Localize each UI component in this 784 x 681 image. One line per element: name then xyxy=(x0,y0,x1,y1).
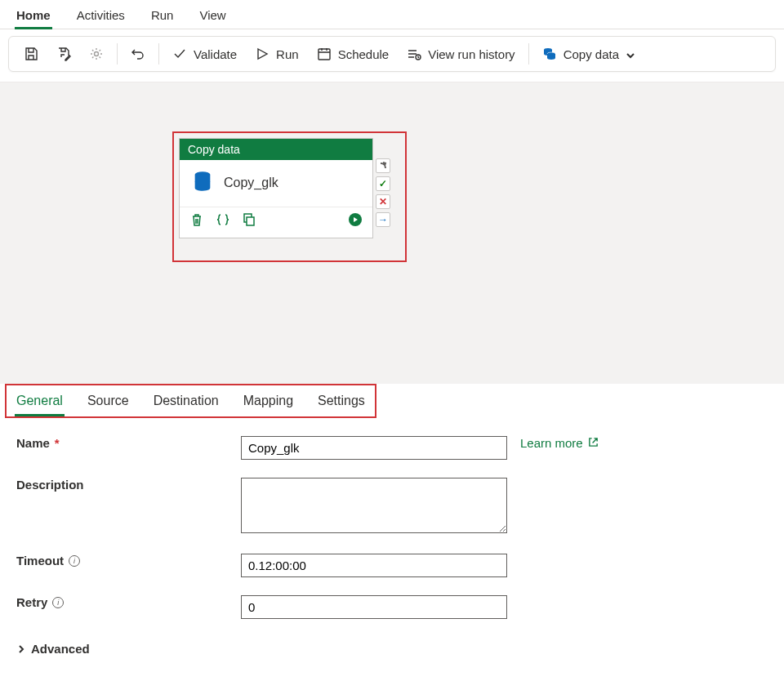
activity-name: Copy_glk xyxy=(224,176,278,190)
tab-run[interactable]: Run xyxy=(149,5,176,29)
chevron-right-icon xyxy=(16,644,26,654)
tab-home[interactable]: Home xyxy=(15,5,52,29)
separator xyxy=(528,43,529,65)
selection-highlight: Copy data Copy_glk ✓ ✕ → xyxy=(172,131,407,262)
copy-data-button[interactable]: Copy data xyxy=(534,42,644,66)
svg-rect-1 xyxy=(318,49,330,60)
description-input[interactable] xyxy=(241,478,507,533)
save-edit-icon xyxy=(56,47,71,61)
run-button[interactable]: Run xyxy=(247,42,307,66)
copy-data-label: Copy data xyxy=(564,47,619,61)
activity-type-header: Copy data xyxy=(180,139,372,160)
tab-activities[interactable]: Activities xyxy=(75,5,127,29)
tab-settings[interactable]: Settings xyxy=(316,390,367,415)
save-icon xyxy=(24,47,38,61)
retry-input[interactable] xyxy=(241,595,507,619)
code-braces-icon[interactable] xyxy=(216,212,230,229)
separator xyxy=(158,43,159,65)
toolbar: Validate Run Schedule View run history C… xyxy=(8,36,776,72)
port-completion[interactable]: → xyxy=(376,212,390,227)
port-skip[interactable] xyxy=(376,158,390,173)
separator xyxy=(117,43,118,65)
description-label: Description xyxy=(16,478,241,492)
activity-node[interactable]: Copy data Copy_glk ✓ ✕ → xyxy=(179,138,373,238)
database-icon xyxy=(542,47,557,61)
tab-general[interactable]: General xyxy=(15,390,65,415)
timeout-input[interactable] xyxy=(241,554,507,577)
port-success[interactable]: ✓ xyxy=(376,176,390,191)
pipeline-canvas[interactable]: Copy data Copy_glk ✓ ✕ → xyxy=(0,82,784,384)
port-failure[interactable]: ✕ xyxy=(376,194,390,209)
name-label: Name * xyxy=(16,436,241,450)
chevron-down-icon xyxy=(626,49,635,59)
run-label: Run xyxy=(276,47,299,61)
tab-destination[interactable]: Destination xyxy=(152,390,220,415)
top-tab-bar: Home Activities Run View xyxy=(0,0,784,29)
history-icon xyxy=(407,47,421,61)
timeout-label: Timeout i xyxy=(16,554,241,568)
required-marker: * xyxy=(55,436,60,450)
panel-tabs-highlight: General Source Destination Mapping Setti… xyxy=(5,384,376,418)
schedule-label: Schedule xyxy=(338,47,390,61)
advanced-label: Advanced xyxy=(31,642,90,656)
properties-panel: General Source Destination Mapping Setti… xyxy=(0,384,784,661)
save-button[interactable] xyxy=(16,42,47,66)
database-icon xyxy=(191,170,214,195)
check-icon xyxy=(172,47,187,61)
activity-actions-bar xyxy=(180,207,372,238)
calendar-icon xyxy=(317,47,332,61)
gear-icon xyxy=(89,47,104,61)
tab-view[interactable]: View xyxy=(198,5,227,29)
name-input[interactable] xyxy=(241,436,507,460)
undo-button[interactable] xyxy=(122,42,154,66)
info-icon[interactable]: i xyxy=(52,597,64,608)
tab-source[interactable]: Source xyxy=(86,390,131,415)
copy-icon[interactable] xyxy=(242,212,256,229)
panel-tabs: General Source Destination Mapping Setti… xyxy=(15,390,367,415)
general-form: Name * Learn more Description Timeout i … xyxy=(0,418,784,619)
svg-rect-6 xyxy=(247,217,254,225)
schedule-button[interactable]: Schedule xyxy=(309,42,398,66)
svg-point-0 xyxy=(95,52,99,56)
output-ports: ✓ ✕ → xyxy=(376,158,390,227)
toolbar-container: Validate Run Schedule View run history C… xyxy=(0,29,784,82)
validate-label: Validate xyxy=(194,47,237,61)
external-link-icon xyxy=(588,436,599,450)
settings-button[interactable] xyxy=(81,42,112,66)
delete-icon[interactable] xyxy=(189,212,204,229)
undo-icon xyxy=(131,47,145,61)
history-button[interactable]: View run history xyxy=(399,42,523,66)
play-icon xyxy=(255,47,270,61)
history-label: View run history xyxy=(428,47,514,61)
tab-mapping[interactable]: Mapping xyxy=(242,390,295,415)
learn-more-link[interactable]: Learn more xyxy=(520,436,599,450)
validate-button[interactable]: Validate xyxy=(164,42,245,66)
retry-label: Retry i xyxy=(16,595,241,609)
advanced-toggle[interactable]: Advanced xyxy=(0,637,784,661)
info-icon[interactable]: i xyxy=(69,555,80,567)
run-activity-icon[interactable] xyxy=(348,212,363,229)
save-as-button[interactable] xyxy=(48,42,79,66)
